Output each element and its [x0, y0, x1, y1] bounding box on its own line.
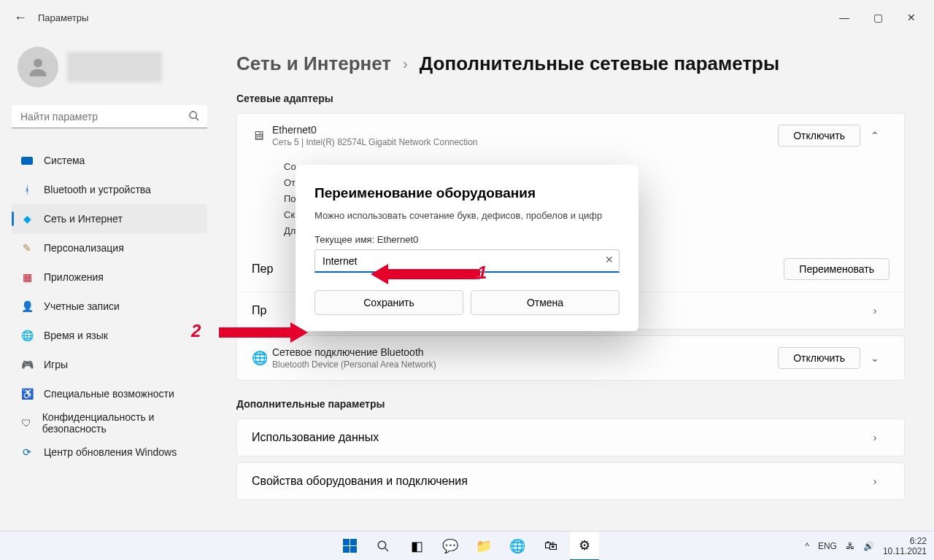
start-button[interactable] [335, 532, 364, 561]
taskbar-explorer[interactable]: 📁 [469, 532, 498, 561]
current-name-label: Текущее имя: Ethernet0 [314, 234, 620, 245]
dialog-hint: Можно использовать сочетание букв, дефис… [314, 210, 620, 221]
clear-input-button[interactable]: ✕ [605, 254, 614, 265]
taskbar-store[interactable]: 🛍 [536, 532, 566, 561]
svg-point-2 [378, 541, 386, 549]
tray-expand-icon[interactable]: ^ [805, 541, 809, 551]
taskbar: ◧ 💬 📁 🌐 🛍 ⚙ ^ ENG 🖧 🔊 6:2210.11.2021 [0, 531, 934, 560]
dialog-title: Переименование оборудования [314, 185, 620, 201]
annotation-number-1: 1 [477, 262, 487, 283]
taskbar-taskview[interactable]: ◧ [402, 532, 431, 561]
rename-dialog: Переименование оборудования Можно исполь… [296, 165, 638, 331]
network-icon[interactable]: 🖧 [846, 541, 854, 551]
taskbar-search[interactable] [368, 532, 398, 561]
tray-lang[interactable]: ENG [818, 541, 837, 551]
save-button[interactable]: Сохранить [314, 290, 463, 315]
cancel-button[interactable]: Отмена [471, 290, 620, 315]
volume-icon[interactable]: 🔊 [863, 541, 874, 551]
taskbar-settings[interactable]: ⚙ [570, 532, 599, 561]
tray-clock[interactable]: 6:2210.11.2021 [883, 536, 927, 556]
system-tray[interactable]: ^ ENG 🖧 🔊 6:2210.11.2021 [805, 536, 927, 556]
annotation-number-2: 2 [191, 321, 201, 341]
rename-input[interactable] [314, 249, 620, 273]
taskbar-edge[interactable]: 🌐 [503, 532, 532, 561]
taskbar-chat[interactable]: 💬 [436, 532, 465, 561]
